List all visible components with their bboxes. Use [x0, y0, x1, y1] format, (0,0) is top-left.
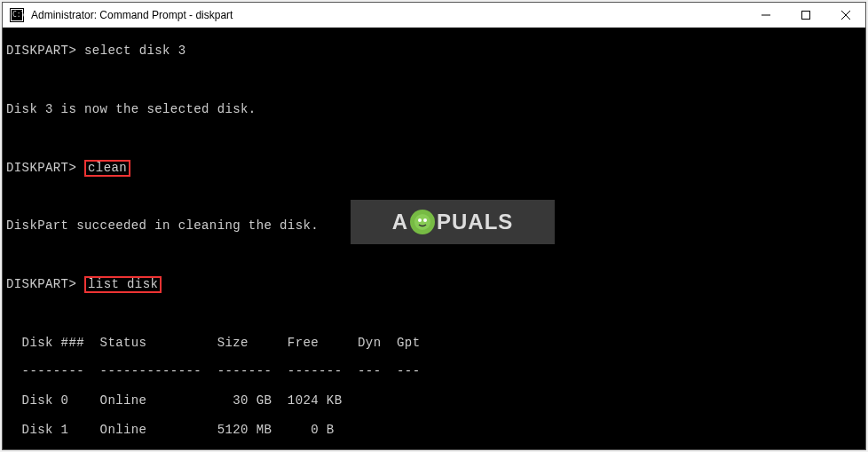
prompt: DISKPART>	[6, 44, 76, 58]
cmd-icon: C:\	[10, 8, 24, 22]
titlebar[interactable]: C:\ Administrator: Command Prompt - disk…	[3, 3, 865, 28]
svg-rect-5	[801, 12, 809, 20]
prompt: DISKPART>	[6, 161, 76, 175]
output-text: Disk 3 is now the selected disk.	[6, 102, 865, 116]
prompt: DISKPART>	[6, 277, 76, 291]
window-controls	[746, 3, 865, 28]
table-row: Disk 0 Online 30 GB 1024 KB	[6, 393, 865, 408]
cmd-text: select disk 3	[84, 44, 185, 58]
window-title: Administrator: Command Prompt - diskpart	[29, 9, 746, 21]
table-divider: -------- ------------- ------- ------- -…	[6, 364, 865, 378]
output-text: DiskPart succeeded in cleaning the disk.	[6, 218, 865, 233]
table-row: Disk 1 Online 5120 MB 0 B	[6, 423, 865, 437]
terminal-output[interactable]: DISKPART> select disk 3 Disk 3 is now th…	[3, 28, 865, 449]
close-button[interactable]	[825, 3, 865, 28]
highlighted-cmd: list disk	[84, 276, 162, 293]
cmd-window: C:\ Administrator: Command Prompt - disk…	[2, 2, 866, 450]
highlighted-cmd: clean	[84, 160, 130, 177]
table-header: Disk ### Status Size Free Dyn Gpt	[6, 336, 865, 350]
maximize-button[interactable]	[785, 3, 825, 28]
svg-text:C:\: C:\	[12, 11, 24, 19]
minimize-button[interactable]	[746, 3, 785, 28]
